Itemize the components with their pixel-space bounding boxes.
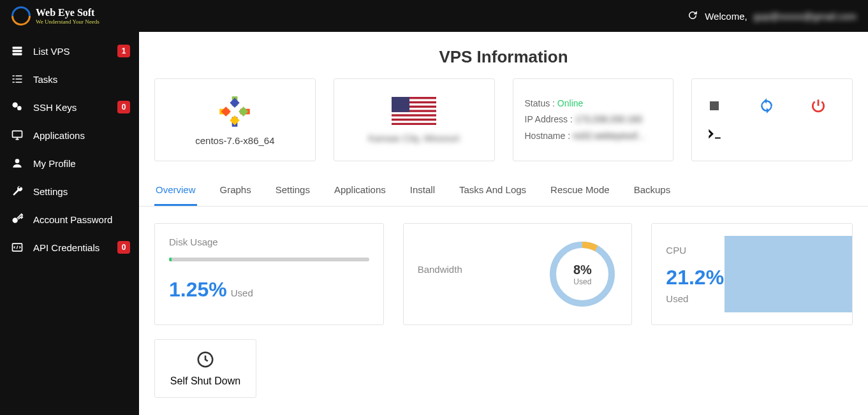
svg-rect-27	[710, 101, 719, 110]
sidebar-item-api-credentials[interactable]: API Credentials 0	[0, 233, 139, 261]
brand-name: Web Eye Soft	[36, 8, 99, 18]
svg-rect-17	[230, 115, 240, 125]
logo-icon	[11, 6, 31, 25]
sidebar-item-label: Applications	[33, 130, 85, 141]
tab-overview[interactable]: Overview	[154, 178, 197, 206]
bandwidth-value: 8%	[573, 263, 592, 277]
power-button[interactable]	[807, 95, 829, 117]
svg-rect-25	[392, 120, 436, 122]
main-content: VPS Information centos-7.6-x86_64 Kansas…	[139, 32, 868, 415]
svg-rect-24	[392, 116, 436, 118]
sidebar-item-my-profile[interactable]: My Profile	[0, 149, 139, 177]
sidebar-item-label: SSH Keys	[33, 102, 77, 113]
status-card: Status : Online IP Address : 173.208.200…	[513, 78, 674, 161]
hostname-label: Hostname :	[525, 131, 571, 141]
os-label: centos-7.6-x86_64	[195, 135, 274, 146]
tab-bar: Overview Graphs Settings Applications In…	[139, 178, 868, 207]
user-icon	[10, 156, 24, 170]
sidebar-item-label: List VPS	[33, 46, 70, 57]
tab-rescue-mode[interactable]: Rescue Mode	[549, 178, 611, 206]
console-button[interactable]	[703, 123, 725, 145]
sidebar-item-label: My Profile	[33, 158, 76, 169]
tab-applications[interactable]: Applications	[333, 178, 387, 206]
ip-label: IP Address :	[525, 114, 573, 124]
tab-install[interactable]: Install	[409, 178, 436, 206]
os-card: centos-7.6-x86_64	[154, 78, 316, 161]
brand-logo: Web Eye Soft We Understand Your Needs	[11, 6, 99, 25]
wrench-icon	[10, 184, 24, 198]
tab-tasks-logs[interactable]: Tasks And Logs	[458, 178, 527, 206]
sidebar-item-label: Account Password	[33, 214, 112, 225]
key-icon	[10, 100, 24, 114]
sidebar-item-account-password[interactable]: Account Password	[0, 205, 139, 233]
svg-rect-16	[239, 106, 248, 116]
us-flag-icon	[392, 97, 436, 125]
welcome-user: gup@xxxxx@gmail.com	[754, 11, 857, 22]
topbar: Web Eye Soft We Understand Your Needs We…	[0, 0, 868, 32]
welcome-prefix: Welcome,	[705, 11, 747, 22]
cpu-value: 21.2%	[666, 266, 724, 289]
disk-usage-card: Disk Usage 1.25%Used	[154, 223, 384, 325]
svg-rect-15	[230, 98, 240, 107]
svg-rect-4	[13, 53, 22, 55]
svg-point-9	[13, 218, 18, 223]
stop-button[interactable]	[703, 95, 725, 117]
svg-rect-23	[392, 112, 436, 113]
sidebar-item-applications[interactable]: Applications	[0, 121, 139, 149]
bandwidth-used-label: Used	[573, 277, 592, 286]
status-value: Online	[557, 98, 583, 108]
bandwidth-card: Bandwidth 8% Used	[403, 223, 633, 325]
monitor-icon	[10, 128, 24, 142]
tab-graphs[interactable]: Graphs	[219, 178, 253, 206]
tab-settings[interactable]: Settings	[274, 178, 311, 206]
sidebar-item-label: Settings	[33, 186, 68, 197]
location-label: Kansas City, Missouri	[369, 133, 460, 143]
disk-title: Disk Usage	[169, 237, 369, 247]
code-icon	[10, 240, 24, 254]
bandwidth-donut: 8% Used	[547, 239, 617, 309]
brand-tagline: We Understand Your Needs	[36, 19, 99, 25]
cpu-chart	[725, 236, 852, 312]
actions-card	[691, 78, 853, 161]
sidebar-item-label: API Credentials	[33, 242, 99, 253]
self-shutdown-button[interactable]: Self Shut Down	[154, 339, 256, 398]
svg-point-6	[17, 106, 22, 110]
sidebar-item-list-vps[interactable]: List VPS 1	[0, 37, 139, 65]
restart-button[interactable]	[756, 95, 777, 117]
svg-rect-3	[13, 50, 22, 52]
sidebar-item-ssh-keys[interactable]: SSH Keys 0	[0, 93, 139, 121]
sidebar-badge: 0	[117, 241, 130, 254]
refresh-icon[interactable]	[687, 10, 698, 23]
key2-icon	[10, 212, 24, 226]
disk-used-label: Used	[231, 288, 253, 298]
disk-progress	[169, 258, 369, 261]
page-title: VPS Information	[139, 32, 868, 78]
svg-point-8	[15, 159, 20, 163]
svg-rect-7	[13, 131, 22, 137]
bandwidth-title: Bandwidth	[418, 264, 462, 275]
status-label: Status :	[525, 98, 555, 108]
tasks-icon	[10, 72, 24, 86]
sidebar-item-label: Tasks	[33, 74, 57, 85]
svg-rect-2	[13, 47, 22, 48]
location-card: Kansas City, Missouri	[334, 78, 495, 161]
disk-value: 1.25%	[169, 278, 227, 301]
svg-point-5	[13, 103, 18, 108]
cpu-card: CPU 21.2% Used	[651, 223, 853, 325]
ip-value: 173.208.200.183	[575, 114, 642, 124]
clock-icon	[196, 364, 215, 375]
sidebar-item-settings[interactable]: Settings	[0, 177, 139, 205]
hostname-value: ns52.webeyesof...	[573, 131, 645, 141]
svg-rect-18	[221, 106, 231, 116]
cpu-used-label: Used	[666, 293, 724, 304]
svg-rect-26	[392, 97, 409, 112]
welcome-area: Welcome, gup@xxxxx@gmail.com	[687, 10, 857, 23]
server-icon	[10, 44, 24, 58]
cpu-title: CPU	[666, 245, 724, 256]
self-shutdown-label: Self Shut Down	[165, 375, 246, 387]
sidebar-badge: 0	[117, 101, 130, 113]
sidebar-badge: 1	[117, 45, 130, 57]
sidebar-item-tasks[interactable]: Tasks	[0, 65, 139, 93]
tab-backups[interactable]: Backups	[633, 178, 672, 206]
sidebar: List VPS 1 Tasks SSH Keys 0 Applications…	[0, 32, 139, 415]
